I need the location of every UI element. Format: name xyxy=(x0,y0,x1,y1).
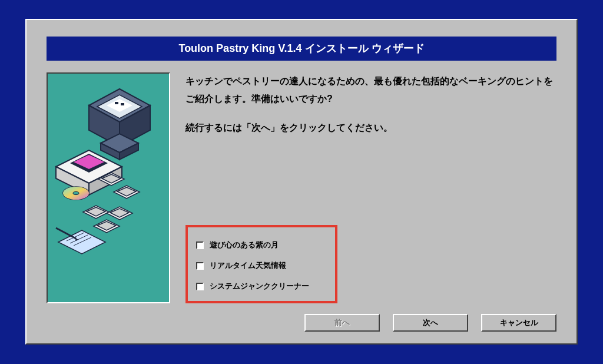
back-button: 前へ xyxy=(304,314,380,332)
offer-label: 遊び心のある紫の月 xyxy=(210,240,279,250)
desktop-background: Toulon Pastry King V.1.4 インストール ウィザード xyxy=(0,0,603,364)
checkbox-icon[interactable] xyxy=(196,283,204,290)
svg-line-32 xyxy=(56,228,76,239)
offer-option-0[interactable]: 遊び心のある紫の月 xyxy=(196,240,327,250)
svg-rect-5 xyxy=(115,102,118,104)
intro-line-1: キッチンでペストリーの達人になるための、最も優れた包括的なベーキングのヒントをご… xyxy=(185,72,556,108)
wizard-main-column: キッチンでペストリーの達人になるための、最も優れた包括的なベーキングのヒントをご… xyxy=(185,72,556,303)
cancel-button[interactable]: キャンセル xyxy=(481,314,556,332)
wizard-intro-text: キッチンでペストリーの達人になるための、最も優れた包括的なベーキングのヒントをご… xyxy=(185,72,556,137)
bundled-offers-group: 遊び心のある紫の月 リアルタイム天気情報 システムジャンククリーナー xyxy=(185,225,337,303)
offer-option-1[interactable]: リアルタイム天気情報 xyxy=(196,261,327,271)
svg-rect-6 xyxy=(121,103,124,105)
svg-point-17 xyxy=(73,191,79,194)
offer-option-2[interactable]: システムジャンククリーナー xyxy=(196,282,327,292)
wizard-side-graphic xyxy=(47,72,170,303)
offer-label: リアルタイム天気情報 xyxy=(210,261,286,271)
window-title: Toulon Pastry King V.1.4 インストール ウィザード xyxy=(47,37,556,61)
offer-label: システムジャンククリーナー xyxy=(210,282,309,292)
install-wizard-window: Toulon Pastry King V.1.4 インストール ウィザード xyxy=(25,19,578,345)
next-button[interactable]: 次へ xyxy=(393,314,468,332)
checkbox-icon[interactable] xyxy=(196,262,204,270)
checkbox-icon[interactable] xyxy=(196,241,204,249)
computer-setup-illustration-icon xyxy=(48,74,169,302)
wizard-button-row: 前へ 次へ キャンセル xyxy=(304,314,556,332)
wizard-body: キッチンでペストリーの達人になるための、最も優れた包括的なベーキングのヒントをご… xyxy=(41,72,562,303)
intro-line-2: 続行するには「次へ」をクリックしてください。 xyxy=(185,119,556,137)
